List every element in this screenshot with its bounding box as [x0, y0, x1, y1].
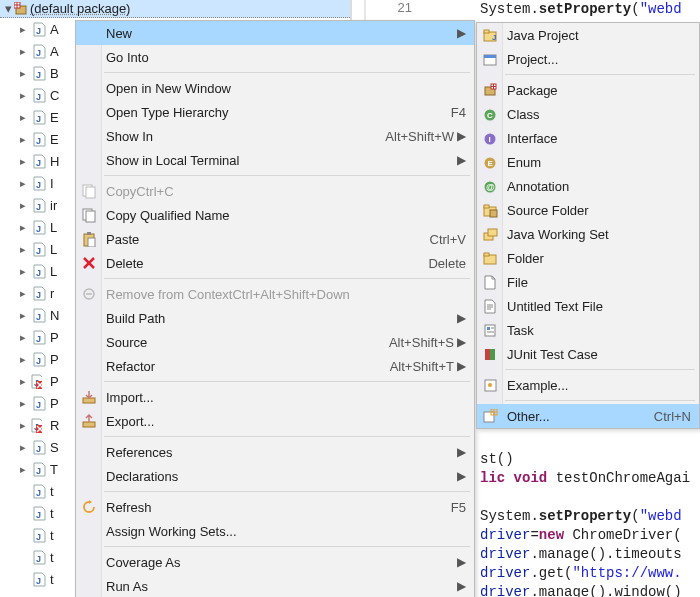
tree-expand-icon[interactable]: ▸ [16, 353, 30, 366]
menu-item-untitled-text-file[interactable]: Untitled Text File [477, 294, 699, 318]
menu-item-build-path[interactable]: Build Path ▶ [76, 306, 474, 330]
tree-expand-icon[interactable]: ▸ [16, 331, 30, 344]
menu-item-export[interactable]: Export... [76, 409, 474, 433]
tree-expand-icon[interactable]: ▸ [16, 177, 30, 190]
menu-item-task[interactable]: Task [477, 318, 699, 342]
tree-expand-icon[interactable]: ▸ [16, 23, 30, 36]
task-icon [481, 321, 499, 339]
new-submenu: J Java Project Project... Package C Clas… [476, 22, 700, 429]
menu-item-enum[interactable]: E Enum [477, 150, 699, 174]
menu-item-annotation[interactable]: @ Annotation [477, 174, 699, 198]
menu-item-show-in[interactable]: Show In Alt+Shift+W ▶ [76, 124, 474, 148]
menu-item-delete[interactable]: Delete Delete [76, 251, 474, 275]
menu-item-assign-working-sets[interactable]: Assign Working Sets... [76, 519, 474, 543]
tree-expand-icon[interactable]: ▸ [16, 441, 30, 454]
svg-text:J: J [36, 92, 41, 102]
menu-item-file[interactable]: File [477, 270, 699, 294]
menu-item-java-project[interactable]: J Java Project [477, 23, 699, 47]
svg-text:J: J [36, 356, 41, 366]
svg-text:J: J [36, 576, 41, 586]
tree-expand-icon[interactable]: ▸ [16, 243, 30, 256]
menu-item-package[interactable]: Package [477, 78, 699, 102]
java-file-icon: J [30, 418, 48, 433]
tree-expand-icon[interactable]: ▸ [16, 463, 30, 476]
folder-icon [481, 249, 499, 267]
tree-item-label: t [50, 506, 54, 521]
menu-item-declarations[interactable]: Declarations ▶ [76, 464, 474, 488]
menu-separator [104, 436, 470, 437]
menu-item-run-as[interactable]: Run As ▶ [76, 574, 474, 597]
menu-item-folder[interactable]: Folder [477, 246, 699, 270]
menu-item-copy-qualified-name[interactable]: Copy Qualified Name [76, 203, 474, 227]
menu-item-show-in-local-terminal[interactable]: Show in Local Terminal ▶ [76, 148, 474, 172]
java-file-icon: J [30, 484, 48, 499]
tree-item-label: N [50, 308, 59, 323]
menu-item-open-in-new-window[interactable]: Open in New Window [76, 76, 474, 100]
remove-icon [80, 285, 98, 303]
refresh-icon [80, 498, 98, 516]
java-file-icon: J [30, 308, 48, 323]
import-icon [80, 388, 98, 406]
tree-item-label: L [50, 264, 57, 279]
tree-expand-icon[interactable]: ▸ [16, 265, 30, 278]
svg-rect-84 [484, 412, 494, 422]
tree-expand-icon[interactable]: ▸ [16, 199, 30, 212]
svg-text:J: J [36, 400, 41, 410]
tree-expand-icon[interactable]: ▸ [16, 67, 30, 80]
java-file-icon: J [30, 396, 48, 411]
menu-item-go-into[interactable]: Go Into [76, 45, 474, 69]
tree-expand-icon[interactable]: ▸ [16, 45, 30, 58]
svg-text:J: J [36, 224, 41, 234]
svg-text:J: J [36, 114, 41, 124]
menu-item-refactor[interactable]: Refactor Alt+Shift+T ▶ [76, 354, 474, 378]
menu-item-open-type-hierarchy[interactable]: Open Type Hierarchy F4 [76, 100, 474, 124]
java-file-icon: J [30, 286, 48, 301]
editor-code-bottom[interactable]: st() lic void testOnChromeAgai System.se… [480, 450, 700, 597]
tree-expand-icon[interactable]: ▸ [16, 221, 30, 234]
menu-item-class[interactable]: C Class [477, 102, 699, 126]
new-other-icon [481, 407, 499, 425]
svg-text:J: J [36, 180, 41, 190]
svg-text:I: I [488, 135, 490, 144]
tree-item-label: P [50, 396, 59, 411]
menu-item-coverage-as[interactable]: Coverage As ▶ [76, 550, 474, 574]
tree-expand-icon[interactable]: ▸ [16, 287, 30, 300]
menu-item-junit-test-case[interactable]: JUnit Test Case [477, 342, 699, 366]
tree-expand-icon[interactable]: ▸ [16, 111, 30, 124]
editor-code-top[interactable]: System.setProperty("webd [480, 0, 700, 19]
tree-expand-icon[interactable]: ▸ [16, 397, 30, 410]
svg-point-83 [488, 383, 492, 387]
tree-expand-icon[interactable]: ▸ [16, 309, 30, 322]
tree-expand-icon[interactable]: ▸ [16, 89, 30, 102]
menu-item-source-folder[interactable]: Source Folder [477, 198, 699, 222]
menu-item-source[interactable]: Source Alt+Shift+S ▶ [76, 330, 474, 354]
menu-item-java-working-set[interactable]: Java Working Set [477, 222, 699, 246]
java-file-icon: J [30, 220, 48, 235]
menu-item-new[interactable]: New ▶ [76, 21, 474, 45]
menu-item-other[interactable]: Other... Ctrl+N [477, 404, 699, 428]
tree-item-label: ir [50, 198, 57, 213]
tree-collapse-icon[interactable]: ▾ [2, 1, 14, 16]
java-file-icon: J [30, 462, 48, 477]
menu-item-paste[interactable]: Paste Ctrl+V [76, 227, 474, 251]
menu-item-project[interactable]: Project... [477, 47, 699, 71]
menu-item-references[interactable]: References ▶ [76, 440, 474, 464]
menu-separator [104, 546, 470, 547]
svg-rect-80 [485, 349, 490, 360]
menu-item-refresh[interactable]: Refresh F5 [76, 495, 474, 519]
svg-rect-67 [484, 205, 489, 208]
menu-item-import[interactable]: Import... [76, 385, 474, 409]
svg-rect-76 [485, 325, 495, 336]
menu-item-interface[interactable]: I Interface [477, 126, 699, 150]
tree-expand-icon[interactable]: ▸ [16, 133, 30, 146]
java-file-icon: J [30, 44, 48, 59]
menu-item-example[interactable]: Example... [477, 373, 699, 397]
tree-item-label: S [50, 440, 59, 455]
line-number: 21 [378, 0, 412, 15]
tree-expand-icon[interactable]: ▸ [16, 155, 30, 168]
tree-expand-icon[interactable]: ▸ [16, 375, 30, 388]
menu-item-remove-from-context: Remove from Context Ctrl+Alt+Shift+Down [76, 282, 474, 306]
tree-root-default-package[interactable]: ▾ (default package) [0, 0, 350, 18]
tree-expand-icon[interactable]: ▸ [16, 419, 30, 432]
submenu-arrow-icon: ▶ [454, 555, 466, 569]
